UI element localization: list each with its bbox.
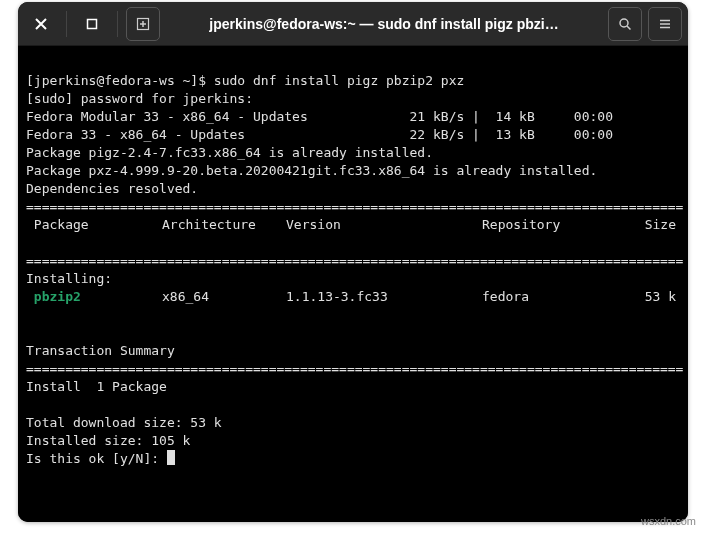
install-count: Install 1 Package <box>26 379 167 394</box>
divider: ========================================… <box>26 361 683 376</box>
maximize-button[interactable] <box>75 7 109 41</box>
pkg-arch: x86_64 <box>162 288 286 306</box>
table-row: pbzip2x86_641.1.13-3.fc33fedora53 k <box>26 288 680 306</box>
window-title: jperkins@fedora-ws:~ — sudo dnf install … <box>166 16 602 32</box>
watermark: wsxdn.com <box>641 515 696 527</box>
pkg-name: pbzip2 <box>26 288 162 306</box>
close-button[interactable] <box>24 7 58 41</box>
terminal-window: jperkins@fedora-ws:~ — sudo dnf install … <box>18 2 688 522</box>
pkg-size: 53 k <box>602 288 680 306</box>
col-size: Size <box>602 216 680 234</box>
section-installing: Installing: <box>26 271 112 286</box>
repo-line: Fedora 33 - x86_64 - Updates 22 kB/s | 1… <box>26 127 613 142</box>
divider: ========================================… <box>26 199 683 214</box>
sudo-prompt: [sudo] password for jperkins: <box>26 91 253 106</box>
divider: ========================================… <box>26 253 683 268</box>
menu-button[interactable] <box>648 7 682 41</box>
deps-resolved: Dependencies resolved. <box>26 181 198 196</box>
separator <box>66 11 67 37</box>
repo-line: Fedora Modular 33 - x86_64 - Updates 21 … <box>26 109 613 124</box>
already-installed-line: Package pxz-4.999.9-20.beta.20200421git.… <box>26 163 597 178</box>
confirm-prompt: Is this ok [y/N]: <box>26 451 167 466</box>
download-size: Total download size: 53 k <box>26 415 222 430</box>
already-installed-line: Package pigz-2.4-7.fc33.x86_64 is alread… <box>26 145 433 160</box>
terminal-content[interactable]: [jperkins@fedora-ws ~]$ sudo dnf install… <box>18 46 688 522</box>
titlebar: jperkins@fedora-ws:~ — sudo dnf install … <box>18 2 688 46</box>
search-button[interactable] <box>608 7 642 41</box>
command-text: sudo dnf install pigz pbzip2 pxz <box>214 73 464 88</box>
shell-prompt: [jperkins@fedora-ws ~]$ <box>26 73 214 88</box>
svg-rect-0 <box>88 19 97 28</box>
svg-point-2 <box>620 19 628 27</box>
col-arch: Architecture <box>162 216 286 234</box>
col-version: Version <box>286 216 482 234</box>
tx-summary: Transaction Summary <box>26 343 175 358</box>
pkg-repo: fedora <box>482 288 602 306</box>
table-header-row: PackageArchitectureVersionRepositorySize <box>26 216 680 234</box>
cursor <box>167 450 175 465</box>
installed-size: Installed size: 105 k <box>26 433 190 448</box>
pkg-version: 1.1.13-3.fc33 <box>286 288 482 306</box>
col-package: Package <box>26 216 162 234</box>
col-repo: Repository <box>482 216 602 234</box>
new-tab-button[interactable] <box>126 7 160 41</box>
separator <box>117 11 118 37</box>
